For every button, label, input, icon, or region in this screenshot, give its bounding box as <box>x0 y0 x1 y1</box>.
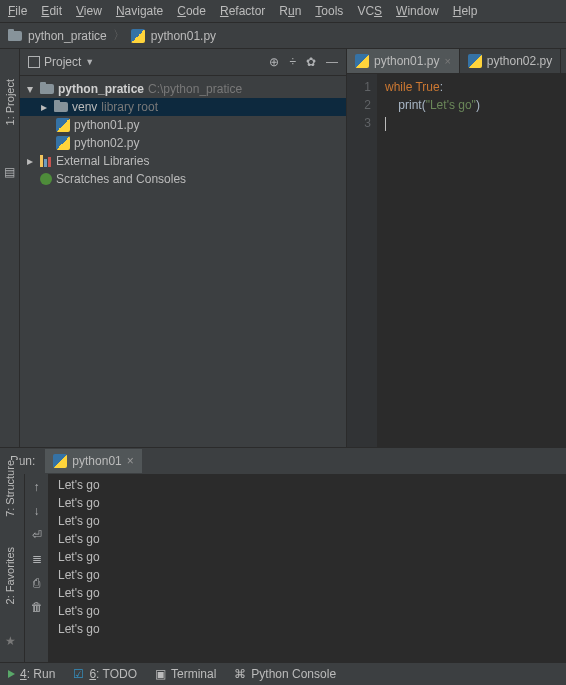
menu-file[interactable]: FFileile <box>8 4 27 18</box>
tree-file-python02[interactable]: python02.py <box>20 134 346 152</box>
python-file-icon <box>53 454 67 468</box>
breadcrumb-file[interactable]: python01.py <box>151 29 216 43</box>
close-icon[interactable]: × <box>127 454 134 468</box>
menu-view[interactable]: View <box>76 4 102 18</box>
run-tools-right: ↑ ↓ ⏎ ≣ ⎙ 🗑 <box>24 474 48 662</box>
project-panel: Project ▼ ⊕ ÷ ✿ — ▾ python_pratice C:\py… <box>20 49 347 447</box>
menu-refactor[interactable]: Refactor <box>220 4 265 18</box>
run-tab-name: python01 <box>72 454 121 468</box>
status-todo[interactable]: ☑ 6: TODO <box>73 667 137 681</box>
down-icon[interactable]: ↓ <box>30 504 44 518</box>
collapse-icon[interactable]: ÷ <box>289 55 296 69</box>
locate-icon[interactable]: ⊕ <box>269 55 279 69</box>
dropdown-arrow-icon[interactable]: ▼ <box>85 57 94 67</box>
editor-tab-python02[interactable]: python02.py <box>460 49 561 73</box>
tree-file2-name: python02.py <box>74 136 139 150</box>
output-line: Let's go <box>58 584 556 602</box>
run-body: ↻ ■ ∥ ⎋ 📌 ↑ ↓ ⏎ ≣ ⎙ 🗑 Let's go Let's go … <box>0 474 566 662</box>
tool-structure[interactable]: 7: Structure <box>4 460 16 517</box>
tree-extlib-name: External Libraries <box>56 154 149 168</box>
status-run[interactable]: 4: Run <box>8 667 55 681</box>
left-tool-strip: 1: Project ▤ <box>0 49 20 447</box>
output-line: Let's go <box>58 530 556 548</box>
code-content[interactable]: while True: print("Let's go") <box>377 74 566 447</box>
project-tree: ▾ python_pratice C:\python_pratice ▸ ven… <box>20 76 346 192</box>
line-number: 2 <box>347 96 371 114</box>
scratches-icon <box>40 173 52 185</box>
tree-file1-name: python01.py <box>74 118 139 132</box>
tool-favorites[interactable]: 2: Favorites <box>4 547 16 604</box>
trash-icon[interactable]: 🗑 <box>30 600 44 614</box>
menu-help[interactable]: Help <box>453 4 478 18</box>
editor-tabs: python01.py × python02.py <box>347 49 566 74</box>
terminal-icon: ▣ <box>155 667 166 681</box>
console-output[interactable]: Let's go Let's go Let's go Let's go Let'… <box>48 474 566 662</box>
wrap-icon[interactable]: ⏎ <box>30 528 44 542</box>
output-line: Let's go <box>58 548 556 566</box>
scroll-icon[interactable]: ≣ <box>30 552 44 566</box>
output-line: Let's go <box>58 494 556 512</box>
breadcrumb-folder[interactable]: python_pratice <box>28 29 107 43</box>
output-line: Let's go <box>58 620 556 638</box>
menu-run[interactable]: Run <box>279 4 301 18</box>
python-file-icon <box>131 29 145 43</box>
status-python-console[interactable]: ⌘ Python Console <box>234 667 336 681</box>
close-icon[interactable]: × <box>444 55 450 67</box>
tree-root-name: python_pratice <box>58 82 144 96</box>
python-file-icon <box>56 118 70 132</box>
menu-code[interactable]: Code <box>177 4 206 18</box>
tree-root[interactable]: ▾ python_pratice C:\python_pratice <box>20 80 346 98</box>
editor-tab-python01[interactable]: python01.py × <box>347 49 460 73</box>
play-icon <box>8 670 15 678</box>
folder-icon <box>40 84 54 94</box>
status-terminal[interactable]: ▣ Terminal <box>155 667 216 681</box>
project-panel-header: Project ▼ ⊕ ÷ ✿ — <box>20 49 346 76</box>
todo-icon: ☑ <box>73 667 84 681</box>
star-icon[interactable]: ★ <box>5 634 16 648</box>
python-file-icon <box>56 136 70 150</box>
tree-scratches[interactable]: Scratches and Consoles <box>20 170 346 188</box>
output-line: Let's go <box>58 476 556 494</box>
arrow-right-icon[interactable]: ▸ <box>24 154 36 168</box>
main-area: 1: Project ▤ Project ▼ ⊕ ÷ ✿ — ▾ python_… <box>0 49 566 447</box>
line-number: 3 <box>347 114 371 132</box>
output-line: Let's go <box>58 512 556 530</box>
line-number: 1 <box>347 78 371 96</box>
gear-icon[interactable]: ✿ <box>306 55 316 69</box>
tree-venv-name: venv <box>72 100 97 114</box>
tree-scratches-name: Scratches and Consoles <box>56 172 186 186</box>
output-line: Let's go <box>58 566 556 584</box>
menu-navigate[interactable]: Navigate <box>116 4 163 18</box>
editor-body[interactable]: 1 2 3 while True: print("Let's go") <box>347 74 566 447</box>
status-bar: 4: Run ☑ 6: TODO ▣ Terminal ⌘ Python Con… <box>0 662 566 685</box>
arrow-down-icon[interactable]: ▾ <box>24 82 36 96</box>
menu-window[interactable]: Window <box>396 4 439 18</box>
up-icon[interactable]: ↑ <box>30 480 44 494</box>
tool-project[interactable]: 1: Project <box>4 79 16 125</box>
arrow-right-icon[interactable]: ▸ <box>38 100 50 114</box>
tab-label: python02.py <box>487 54 552 68</box>
library-icon <box>40 155 52 167</box>
tab-label: python01.py <box>374 54 439 68</box>
left-strip-lower: 7: Structure 2: Favorites ★ <box>0 460 20 648</box>
tree-venv-hint: library root <box>101 100 158 114</box>
tree-file-python01[interactable]: python01.py <box>20 116 346 134</box>
run-tab[interactable]: python01 × <box>45 449 141 473</box>
python-icon: ⌘ <box>234 667 246 681</box>
text-cursor <box>385 117 386 131</box>
python-file-icon <box>355 54 369 68</box>
menu-vcs[interactable]: VCS <box>357 4 382 18</box>
print-icon[interactable]: ⎙ <box>30 576 44 590</box>
menu-bar: FFileile Edit View Navigate Code Refacto… <box>0 0 566 23</box>
menu-tools[interactable]: Tools <box>315 4 343 18</box>
tree-venv[interactable]: ▸ venv library root <box>20 98 346 116</box>
hide-icon[interactable]: — <box>326 55 338 69</box>
folder-icon <box>54 102 68 112</box>
editor-area: python01.py × python02.py 1 2 3 while Tr… <box>347 49 566 447</box>
run-header: Run: python01 × <box>0 448 566 474</box>
left-strip-icon[interactable]: ▤ <box>4 165 15 179</box>
menu-edit[interactable]: Edit <box>41 4 62 18</box>
folder-icon <box>8 31 22 41</box>
tree-external-libraries[interactable]: ▸ External Libraries <box>20 152 346 170</box>
project-panel-title[interactable]: Project <box>44 55 81 69</box>
